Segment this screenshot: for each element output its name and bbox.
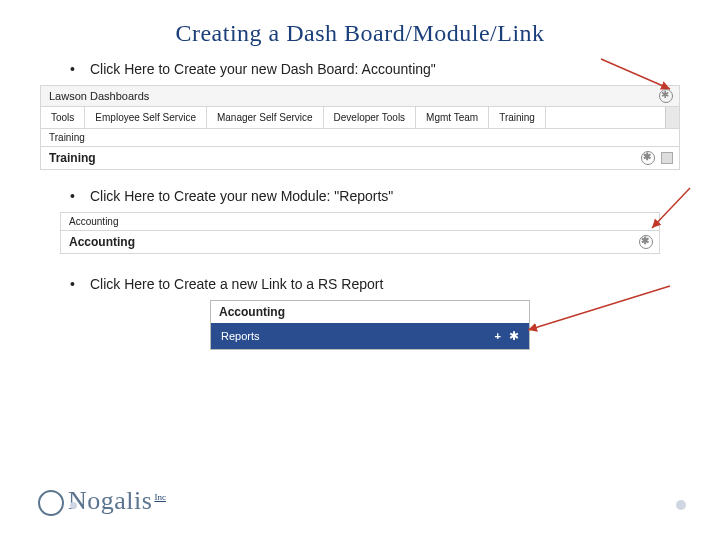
screenshot-link: Accounting Reports + ✱: [210, 300, 530, 350]
module-bar-label: Reports: [221, 330, 260, 342]
slide-title: Creating a Dash Board/Module/Link: [0, 20, 720, 47]
gear-icon[interactable]: ✱: [509, 329, 519, 343]
logo: Nogalis Inc: [38, 486, 166, 516]
bullet-1: Click Here to Create your new Dash Board…: [70, 61, 720, 77]
gear-icon[interactable]: [639, 235, 653, 249]
tab-training[interactable]: Training: [489, 107, 546, 128]
gear-icon[interactable]: [659, 89, 673, 103]
bullet-2: Click Here to Create your new Module: "R…: [70, 188, 720, 204]
tab-tools[interactable]: Tools: [41, 107, 85, 128]
tab-ess[interactable]: Employee Self Service: [85, 107, 207, 128]
logo-suffix: Inc: [154, 492, 166, 502]
plus-icon[interactable]: +: [495, 330, 501, 342]
screenshot-module: Accounting Accounting: [60, 212, 660, 254]
section-training: Training: [40, 147, 680, 170]
arrow-to-plus: [528, 286, 670, 330]
gear-icon[interactable]: [641, 151, 655, 165]
tab-mss[interactable]: Manager Self Service: [207, 107, 324, 128]
scrollbar-stub: [665, 107, 679, 128]
section-accounting: Accounting: [60, 231, 660, 254]
panel-title-bar: Lawson Dashboards: [40, 85, 680, 107]
logo-text: Nogalis: [68, 486, 152, 516]
scroll-up-icon[interactable]: [661, 152, 673, 164]
screenshot-dashboard: Lawson Dashboards Tools Employee Self Se…: [40, 85, 680, 170]
subtab-training[interactable]: Training: [40, 129, 680, 147]
decor-dot: [676, 500, 686, 510]
card-head-accounting: Accounting: [211, 301, 529, 323]
tab-mgmt[interactable]: Mgmt Team: [416, 107, 489, 128]
decor-dot: [70, 502, 77, 509]
subtab-accounting[interactable]: Accounting: [60, 212, 660, 231]
module-bar-reports[interactable]: Reports + ✱: [211, 323, 529, 349]
bullet-3: Click Here to Create a new Link to a RS …: [70, 276, 720, 292]
panel-title-text: Lawson Dashboards: [49, 90, 149, 102]
tab-dev[interactable]: Developer Tools: [324, 107, 417, 128]
